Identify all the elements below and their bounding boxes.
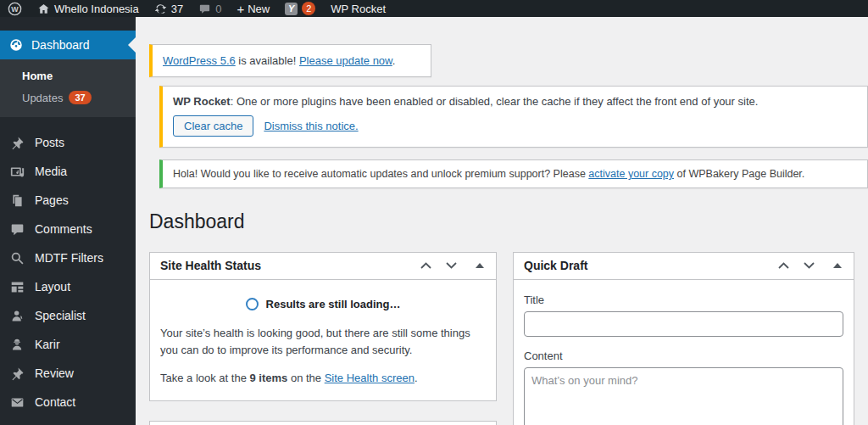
wp-rocket-notice: WP Rocket: One or more plugins have been… xyxy=(159,86,868,148)
at-a-glance-header[interactable]: At a Glance xyxy=(150,422,496,425)
dashboard-gauge-icon xyxy=(8,37,24,53)
sidebar-item-contact[interactable]: Contact xyxy=(0,388,136,417)
yoast-icon: Y xyxy=(285,3,298,15)
detail-suffix: . xyxy=(415,372,418,384)
admin-sidebar: Dashboard Home Updates 37 Posts Media xyxy=(0,17,136,425)
quick-draft-widget: Quick Draft xyxy=(513,252,854,425)
pushpin-icon xyxy=(10,366,25,381)
comment-icon xyxy=(198,3,211,15)
sidebar-mdtf-filters-label: MDTF Filters xyxy=(35,251,103,265)
update-nag-notice: WordPress 5.6 is available! Please updat… xyxy=(149,44,431,77)
move-up-button[interactable] xyxy=(413,253,438,278)
updates-menu[interactable]: 37 xyxy=(147,0,191,17)
loading-text: Results are still loading… xyxy=(266,298,401,310)
page-title: Dashboard xyxy=(149,210,868,234)
comment-icon xyxy=(10,222,25,237)
site-health-header[interactable]: Site Health Status xyxy=(150,253,496,280)
widgets-column-left: Site Health Status xyxy=(149,252,497,425)
collapse-toggle-button[interactable] xyxy=(464,422,489,425)
sidebar-item-mdtf-filters[interactable]: MDTF Filters xyxy=(0,243,136,272)
site-health-screen-link[interactable]: Site Health screen xyxy=(325,372,415,384)
comment-count: 0 xyxy=(215,3,221,15)
wordpress-admin-screen: W Whello Indonesia 37 0 + New Y xyxy=(0,0,868,425)
sidebar-item-layout[interactable]: Layout xyxy=(0,272,136,301)
wordpress-version-link[interactable]: WordPress 5.6 xyxy=(163,54,236,67)
comments-menu[interactable]: 0 xyxy=(191,0,229,17)
sidebar-review-label: Review xyxy=(35,366,74,380)
site-name-menu[interactable]: Whello Indonesia xyxy=(30,0,147,17)
move-up-button[interactable] xyxy=(771,253,796,278)
chevron-up-icon xyxy=(778,262,789,269)
items-count: 9 items xyxy=(250,372,288,384)
yoast-seo-menu[interactable]: Y 2 xyxy=(277,0,323,17)
submenu-item-updates[interactable]: Updates 37 xyxy=(0,87,136,109)
wp-rocket-bold: WP Rocket xyxy=(173,95,231,108)
chevron-down-icon xyxy=(446,262,457,269)
move-up-button[interactable] xyxy=(413,422,438,425)
sidebar-item-media[interactable]: Media xyxy=(0,157,136,186)
update-nag-mid-text: is available! xyxy=(236,54,299,67)
update-icon xyxy=(154,3,167,15)
site-health-summary: Your site’s health is looking good, but … xyxy=(160,325,486,359)
please-update-link[interactable]: Please update now xyxy=(299,54,392,67)
sidebar-layout-label: Layout xyxy=(35,280,70,294)
activate-copy-link[interactable]: activate your copy xyxy=(588,168,674,180)
dismiss-notice-link[interactable]: Dismiss this notice. xyxy=(264,120,358,132)
wp-rocket-menu[interactable]: WP Rocket xyxy=(323,0,393,17)
sidebar-item-specialist[interactable]: Specialist xyxy=(0,301,136,330)
detail-mid: on the xyxy=(287,372,324,384)
submenu-home-label: Home xyxy=(22,70,53,82)
sidebar-item-comments[interactable]: Comments xyxy=(0,215,136,243)
worker-icon xyxy=(10,338,25,352)
site-name-label: Whello Indonesia xyxy=(54,3,139,15)
clear-cache-button[interactable]: Clear cache xyxy=(173,115,253,137)
sidebar-pages-label: Pages xyxy=(35,193,69,207)
sidebar-item-posts[interactable]: Posts xyxy=(0,128,136,157)
wp-rocket-label: WP Rocket xyxy=(331,3,386,15)
draft-title-input[interactable] xyxy=(524,311,843,337)
collapse-toggle-button[interactable] xyxy=(821,253,847,278)
new-content-menu[interactable]: + New xyxy=(229,0,277,17)
triangle-up-icon xyxy=(476,263,484,268)
person-icon xyxy=(10,309,25,323)
quick-draft-title: Quick Draft xyxy=(524,259,587,272)
title-label: Title xyxy=(524,294,843,306)
pages-icon xyxy=(10,193,25,208)
move-down-button[interactable] xyxy=(438,422,464,425)
sidebar-item-pages[interactable]: Pages xyxy=(0,186,136,215)
layout-icon xyxy=(10,280,25,294)
pushpin-icon xyxy=(10,136,25,150)
sidebar-contact-label: Contact xyxy=(35,395,75,409)
submenu-updates-label: Updates xyxy=(22,92,63,104)
draft-content-textarea[interactable] xyxy=(524,367,843,425)
admin-menu: Posts Media Pages Comments MDTF Filters … xyxy=(0,117,136,417)
wp-rocket-message: : One or more plugins have been enabled … xyxy=(231,95,759,108)
sidebar-specialist-label: Specialist xyxy=(35,309,86,322)
search-icon xyxy=(10,251,25,266)
sidebar-comments-label: Comments xyxy=(35,222,92,236)
sidebar-dashboard-label: Dashboard xyxy=(31,38,90,52)
yoast-notification-badge: 2 xyxy=(302,2,315,15)
main-content: WordPress 5.6 is available! Please updat… xyxy=(136,17,868,425)
home-icon xyxy=(37,3,50,15)
at-a-glance-widget: At a Glance xyxy=(149,421,497,425)
sidebar-item-dashboard[interactable]: Dashboard xyxy=(0,31,136,59)
wordpress-logo-menu[interactable]: W xyxy=(0,0,30,17)
updates-count-badge: 37 xyxy=(69,91,91,104)
wpbakery-suffix-text: of WPBakery Page Builder. xyxy=(674,168,804,180)
quick-draft-header[interactable]: Quick Draft xyxy=(514,253,854,280)
svg-text:W: W xyxy=(11,4,19,13)
move-down-button[interactable] xyxy=(796,253,821,278)
detail-prefix: Take a look at the xyxy=(160,372,250,384)
site-health-widget: Site Health Status xyxy=(149,252,497,401)
media-icon xyxy=(10,165,25,179)
submenu-item-home[interactable]: Home xyxy=(0,65,136,87)
move-down-button[interactable] xyxy=(438,253,464,278)
sidebar-item-karir[interactable]: Karir xyxy=(0,330,136,359)
sidebar-posts-label: Posts xyxy=(35,136,64,149)
current-menu-arrow xyxy=(128,37,136,53)
sidebar-item-review[interactable]: Review xyxy=(0,359,136,388)
update-nag-suffix: . xyxy=(392,54,396,67)
collapse-toggle-button[interactable] xyxy=(464,253,489,278)
new-label: New xyxy=(248,3,270,15)
